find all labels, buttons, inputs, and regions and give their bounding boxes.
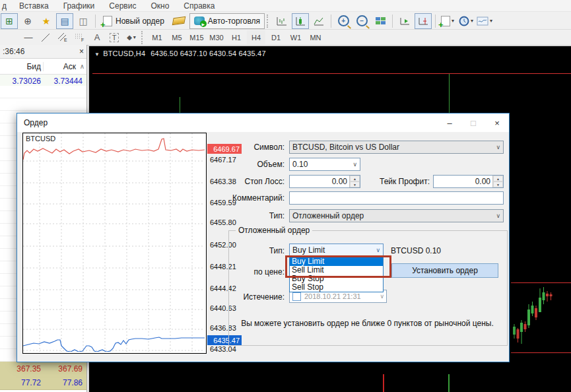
menu-item-charts[interactable]: Графики [56,1,102,11]
periods-button[interactable]: ▾ [457,13,475,29]
timeframe-m1[interactable]: M1 [148,30,166,44]
arrows-tool[interactable]: ◆ ▾ [123,30,139,44]
order-note: Вы можете установить ордер не ближе 0 пу… [228,319,506,328]
data-window-button[interactable]: ◫ [75,13,92,29]
equidistant-channel-tool[interactable]: E [55,30,71,44]
line-chart-button[interactable] [310,13,327,29]
timeframe-w1[interactable]: W1 [286,30,305,44]
zoom-out-button[interactable]: − [353,13,370,29]
toolbar-grip[interactable] [141,31,146,44]
volume-label: Объем: [202,160,285,169]
scale-label: 6433.04 [210,345,236,353]
collapse-icon[interactable]: ▼ [94,51,100,57]
volume-select[interactable]: 0.10 ∨ [289,158,360,171]
new-order-icon: + [103,16,112,26]
market-watch-title-bar: :36:46 × [0,45,86,59]
toolbar-separator [95,15,96,28]
zoom-in-button[interactable]: + [335,13,352,29]
dropdown-arrow-icon: ▾ [490,18,492,24]
chart-shift-button[interactable] [415,13,432,29]
toolbar-separator [331,15,331,28]
order-type-select[interactable]: Отложенный ордер ∨ [289,209,504,222]
candlestick-button[interactable] [292,13,309,29]
pending-type-label: Тип: [235,246,285,255]
trendline-icon [41,33,50,42]
bid-value: 77.72 [0,378,43,387]
dropdown-arrow-icon: ▾ [471,18,473,24]
close-icon[interactable]: × [79,47,84,56]
dialog-title: Ордер [17,118,48,127]
standard-toolbar: ⊞ ⊕ ★ ▤ ◫ + Новый ордер ▶ Авто-торговля … [0,11,571,30]
crosshair-button[interactable]: ⊕ [19,13,36,29]
ask-value: 77.86 [43,378,84,387]
spin-up-icon[interactable]: ▲ [493,176,503,181]
gold-bar-icon[interactable] [172,16,185,25]
horizontal-line-tool[interactable]: — [20,30,36,44]
menu-item-vid[interactable]: д [0,1,12,11]
favorites-button[interactable]: ★ [38,13,55,29]
timeframe-h1[interactable]: H1 [227,30,246,44]
minimize-button[interactable]: – [438,114,461,132]
chevron-down-icon: ∨ [380,293,384,300]
symbol-select[interactable]: BTCUSD, Bitcoin vs US Dollar ∨ [289,141,504,154]
close-button[interactable]: × [485,114,509,132]
zoom-out-icon: − [356,15,368,26]
templates-button[interactable]: ▾ [476,13,493,29]
favorites-star-icon: ★ [42,16,51,26]
timeframe-mn[interactable]: MN [306,30,325,44]
place-order-button[interactable]: Установить ордер [391,263,498,278]
timeframe-m30[interactable]: M30 [207,30,226,44]
scroll-up-icon[interactable]: ∧ [78,63,86,70]
menu-item-window[interactable]: Окно [143,1,176,11]
bid-column-header[interactable]: Бид [0,62,44,71]
market-watch-header: Бид Аск ∧ [0,59,86,75]
tile-windows-button[interactable] [372,13,389,29]
pending-type-select[interactable]: Buy Limit ∨ [289,244,384,257]
auto-trading-button[interactable]: ▶ Авто-торговля [189,13,265,29]
market-watch-button[interactable]: ▤ [56,13,73,29]
menu-item-insert[interactable]: Вставка [12,1,56,11]
expiry-value: 2018.10.21 21:31 [304,292,361,300]
timeframe-h4[interactable]: H4 [247,30,265,44]
bar-chart-button[interactable] [273,13,290,29]
spin-down-icon[interactable]: ▼ [493,181,503,187]
chart-title: ▼BTCUSD,H46436.50 6437.10 6430.54 6435.4… [94,49,266,57]
takeprofit-stepper[interactable]: 0.00 ▲▼ [433,175,504,188]
stoploss-stepper[interactable]: 0.00 ▲▼ [289,175,360,188]
play-icon: ▶ [200,20,207,27]
tick-chart[interactable]: BTCUSD [22,133,207,354]
timeframe-m5[interactable]: M5 [168,30,186,44]
chart-ohlc: 6436.50 6437.10 6430.54 6435.47 [151,49,265,57]
clock-icon [459,16,469,26]
candle-wick [449,74,450,115]
text-tool[interactable]: A [89,30,105,44]
menu-item-tools[interactable]: Сервис [102,1,143,11]
maximize-button[interactable]: □ [461,114,485,132]
chevron-down-icon: ∨ [376,247,380,253]
chevron-down-icon: ∨ [496,144,500,150]
menu-item-help[interactable]: Справка [176,1,222,11]
fibonacci-icon: F [75,32,85,42]
zoom-in-icon: + [338,15,349,26]
market-watch-row-highlighted[interactable]: 77.72 77.86 [0,376,86,390]
dialog-title-bar[interactable]: Ордер – □ × [17,114,509,132]
timeframe-m15[interactable]: M15 [187,30,206,44]
comment-input[interactable] [289,191,504,205]
fibonacci-tool[interactable]: F [72,30,88,44]
ask-column-header[interactable]: Аск [44,62,78,71]
toolbar-grip[interactable] [267,15,271,28]
expiry-checkbox[interactable] [292,292,301,301]
auto-scroll-button[interactable] [396,13,413,29]
indicators-button[interactable]: + ▾ [439,13,456,29]
trendline-tool[interactable] [38,30,53,44]
candle-wick [383,374,384,392]
new-chart-button[interactable]: ⊞ [1,13,18,29]
text-label-tool[interactable]: T [106,30,122,44]
option-sell-stop[interactable]: Sell Stop [290,283,383,292]
crosshair-icon: ⊕ [24,16,32,26]
market-watch-row-highlighted[interactable]: 367.35 367.69 [0,362,86,377]
shapes-icon: ◆ [127,34,132,41]
volume-value: 0.10 [292,160,308,169]
new-order-button[interactable]: + Новый ордер [99,14,168,28]
timeframe-d1[interactable]: D1 [267,30,285,44]
